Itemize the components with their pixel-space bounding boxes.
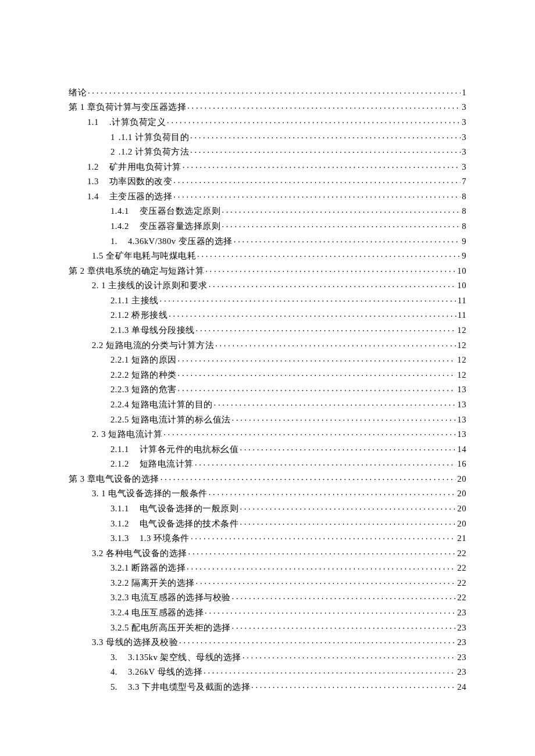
toc-entry-page: 3 <box>462 103 466 112</box>
toc-entry[interactable]: 第 2 章供电系统的确定与短路计算10 <box>69 263 466 278</box>
toc-entry[interactable]: 2. 3 短路电流计算13 <box>69 426 466 441</box>
toc-entry-page: 12 <box>457 356 466 364</box>
toc-entry-page: 22 <box>457 564 466 572</box>
toc-entry-page: 13 <box>457 400 466 409</box>
toc-entry-page: 10 <box>457 267 466 275</box>
toc-entry-number: 1.2 <box>87 163 99 171</box>
toc-entry[interactable]: 3.1.2电气设备选择的技术条件20 <box>69 515 466 531</box>
toc-entry[interactable]: 1.4.1变压器台数选定原则8 <box>69 203 466 218</box>
toc-leader-dots <box>179 636 456 645</box>
toc-leader-dots <box>190 146 461 155</box>
toc-entry[interactable]: 第 1 章负荷计算与变压器选择3 <box>69 99 466 114</box>
toc-entry-label: .计算负荷定义 <box>109 118 166 127</box>
toc-entry[interactable]: 1.2矿井用电负荷计算3 <box>69 159 466 174</box>
toc-entry-page: 23 <box>457 653 466 662</box>
toc-leader-dots <box>188 547 456 556</box>
toc-entry-label: 3.2.1 断路器的选择 <box>110 564 186 572</box>
toc-entry-number: 3.1.2 <box>110 519 129 528</box>
toc-entry-page: 12 <box>457 371 466 379</box>
toc-entry-page: 3 <box>462 133 466 142</box>
toc-leader-dots <box>173 176 461 185</box>
toc-entry-number: 3.1.1 <box>110 504 129 513</box>
toc-entry[interactable]: 3.2.3 电流互感器的选择与校验22 <box>69 590 466 605</box>
toc-entry-label: 3. 1 电气设备选择的一般条件 <box>92 489 208 498</box>
toc-entry-label: 3.3 下井电缆型号及截面的选择 <box>128 683 250 691</box>
toc-entry[interactable]: 3.1.1电气设备选择的一般原则20 <box>69 500 466 515</box>
toc-entry-page: 7 <box>462 177 466 186</box>
toc-leader-dots <box>167 116 461 125</box>
toc-entry-page: 14 <box>457 445 466 454</box>
toc-entry-page: 13 <box>457 430 466 439</box>
toc-leader-dots <box>173 191 461 199</box>
toc-entry[interactable]: 1.1.1 计算负荷目的3 <box>69 129 466 144</box>
toc-entry-page: 23 <box>457 624 466 632</box>
toc-entry-label: 1.5 全矿年电耗与吨煤电耗 <box>92 252 196 260</box>
toc-entry[interactable]: 2.1.1计算各元件的电抗标幺值14 <box>69 441 466 456</box>
toc-leader-dots <box>232 622 456 630</box>
toc-entry-label: 矿井用电负荷计算 <box>109 163 181 171</box>
toc-entry[interactable]: 2.2 短路电流的分类与计算方法12 <box>69 337 466 352</box>
toc-entry[interactable]: 1.4.2变压器容量选择原则8 <box>69 218 466 233</box>
toc-entry[interactable]: 2.2.1 短路的原因12 <box>69 352 466 367</box>
toc-entry[interactable]: 5.3.3 下井电缆型号及截面的选择24 <box>69 679 466 694</box>
toc-entry[interactable]: 1.1.计算负荷定义3 <box>69 114 466 129</box>
toc-leader-dots <box>205 607 456 615</box>
toc-entry-label: 4.36kV/380v 变压器的选择 <box>128 237 233 246</box>
toc-entry[interactable]: 绪论1 <box>69 84 466 99</box>
toc-entry[interactable]: 2.2.5 短路电流计算的标么值法13 <box>69 411 466 427</box>
toc-entry-label: 3.2.4 电压互感器的选择 <box>110 608 204 617</box>
toc-leader-dots <box>234 235 461 244</box>
toc-leader-dots <box>214 399 456 407</box>
toc-entry-page: 11 <box>458 311 466 320</box>
toc-leader-dots <box>240 443 456 452</box>
toc-entry-label: 第 1 章负荷计算与变压器选择 <box>69 103 186 112</box>
toc-entry-page: 23 <box>457 668 466 676</box>
toc-entry[interactable]: 3.2.1 断路器的选择22 <box>69 560 466 575</box>
toc-entry[interactable]: 3.3 母线的选择及校验23 <box>69 634 466 649</box>
toc-entry[interactable]: 2.2.2 短路的种类12 <box>69 367 466 382</box>
toc-entry[interactable]: 4.3.26kV 母线的选择23 <box>69 664 466 679</box>
toc-entry[interactable]: 2.1.2短路电流计算16 <box>69 456 466 471</box>
toc-leader-dots <box>222 220 461 229</box>
toc-entry-page: 22 <box>457 593 466 602</box>
toc-list: 绪论1第 1 章负荷计算与变压器选择31.1.计算负荷定义31.1.1 计算负荷… <box>69 84 466 694</box>
toc-entry-page: 23 <box>457 608 466 617</box>
toc-entry[interactable]: 3.2.5 配电所高压开关柜的选择23 <box>69 619 466 635</box>
toc-leader-dots <box>242 651 456 660</box>
toc-entry[interactable]: 3.3.135kv 架空线、母线的选择23 <box>69 649 466 664</box>
toc-leader-dots <box>232 592 456 601</box>
toc-entry-label: 2.2.2 短路的种类 <box>110 371 177 379</box>
toc-entry[interactable]: 1.4主变压器的选择8 <box>69 188 466 203</box>
toc-entry-label: 计算各元件的电抗标幺值 <box>140 445 239 454</box>
toc-entry[interactable]: 3. 1 电气设备选择的一般条件20 <box>69 486 466 501</box>
toc-entry[interactable]: 2.1.2 计算负荷方法3 <box>69 144 466 159</box>
toc-entry[interactable]: 2.1.3 单母线分段接线12 <box>69 322 466 337</box>
toc-entry[interactable]: 3.2.2 隔离开关的选择22 <box>69 575 466 590</box>
toc-entry[interactable]: 3.2.4 电压互感器的选择23 <box>69 604 466 619</box>
toc-entry-label: 2.2.3 短路的危害 <box>110 385 177 394</box>
toc-entry[interactable]: 第 3 章电气设备的选择20 <box>69 471 466 486</box>
toc-entry-page: 20 <box>457 475 466 483</box>
toc-entry[interactable]: 2.1.2 桥形接线11 <box>69 307 466 323</box>
toc-entry-number: 1.4 <box>87 192 99 201</box>
toc-entry-page: 9 <box>462 237 466 246</box>
toc-entry[interactable]: 2.2.3 短路的危害13 <box>69 382 466 397</box>
toc-entry[interactable]: 2.2.4 短路电流计算的目的13 <box>69 396 466 411</box>
toc-entry-page: 11 <box>458 296 466 305</box>
toc-entry-page: 1 <box>462 88 466 97</box>
toc-entry-label: 变压器台数选定原则 <box>140 207 221 216</box>
toc-entry[interactable]: 1.3功率因数的改变7 <box>69 173 466 188</box>
toc-leader-dots <box>209 280 456 289</box>
toc-entry-page: 12 <box>457 326 466 335</box>
toc-leader-dots <box>160 295 456 303</box>
toc-entry[interactable]: 2.1.1 主接线11 <box>69 292 466 307</box>
toc-entry-number: 2 <box>110 148 115 156</box>
toc-entry[interactable]: 1.4.36kV/380v 变压器的选择9 <box>69 233 466 248</box>
toc-leader-dots <box>215 339 456 348</box>
toc-leader-dots <box>222 206 461 214</box>
toc-entry[interactable]: 2. 1 主接线的设计原则和要求10 <box>69 278 466 293</box>
toc-entry-page: 21 <box>457 534 466 543</box>
toc-entry[interactable]: 1.5 全矿年电耗与吨煤电耗9 <box>69 248 466 263</box>
toc-entry[interactable]: 3.1.31.3 环境条件21 <box>69 530 466 545</box>
toc-entry[interactable]: 3.2 各种电气设备的选择22 <box>69 545 466 560</box>
